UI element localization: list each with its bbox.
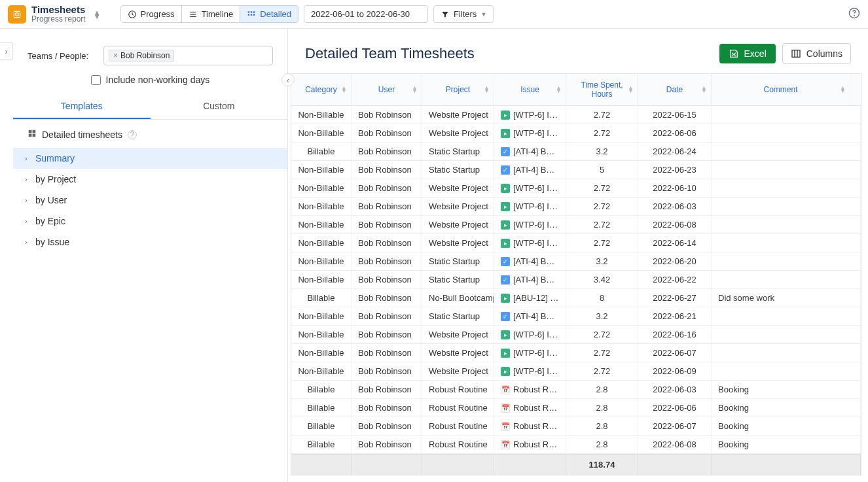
- table-row[interactable]: Non-BillableBob RobinsonWebsite Project▸…: [291, 362, 861, 381]
- table-row[interactable]: BillableBob RobinsonRobust Routine📅Robus…: [291, 417, 861, 436]
- columns-button[interactable]: Columns: [782, 43, 851, 64]
- cell-issue[interactable]: ✓[ATI-4] Busine...: [494, 307, 566, 325]
- cell-date: 2022-06-20: [638, 252, 712, 270]
- cell-project: Website Project: [422, 234, 494, 252]
- tab-custom[interactable]: Custom: [151, 94, 288, 119]
- filters-button[interactable]: Filters ▼: [433, 5, 494, 23]
- cell-issue[interactable]: ▸[WTP-6] Integ...: [494, 124, 566, 142]
- cell-date: 2022-06-22: [638, 271, 712, 288]
- cell-issue[interactable]: ▸[WTP-6] Integ...: [494, 234, 566, 252]
- cell-issue[interactable]: ✓[ATI-4] Busine...: [494, 252, 566, 270]
- timesheet-table: Category▲▼ User▲▼ Project▲▼ Issue▲▼ Time…: [291, 73, 861, 475]
- cell-issue[interactable]: ✓[ATI-4] Busine...: [494, 143, 566, 160]
- tree-item-by-issue[interactable]: ›by Issue: [13, 232, 287, 252]
- cell-category: Non-Billable: [291, 198, 352, 215]
- cell-hours: 2.72: [566, 106, 638, 124]
- collapse-sidebar-handle[interactable]: ‹: [281, 73, 295, 86]
- cell-project: Static Startup: [422, 252, 494, 270]
- chip-remove-icon[interactable]: ×: [113, 51, 118, 60]
- cell-user: Bob Robinson: [352, 179, 422, 197]
- expand-left-handle[interactable]: ›: [0, 42, 13, 60]
- cell-user: Bob Robinson: [352, 307, 422, 325]
- table-row[interactable]: BillableBob RobinsonNo-Bull Bootcamp▸[AB…: [291, 289, 861, 307]
- cell-issue[interactable]: ▸[WTP-6] Integ...: [494, 106, 566, 124]
- cell-project: Robust Routine: [422, 417, 494, 435]
- cell-issue[interactable]: 📅Robust Routi...: [494, 399, 566, 417]
- col-header-category[interactable]: Category▲▼: [291, 74, 352, 105]
- cell-comment: Booking: [712, 399, 861, 417]
- table-row[interactable]: Non-BillableBob RobinsonStatic Startup✓[…: [291, 161, 861, 179]
- cell-hours: 3.2: [566, 143, 638, 160]
- timeline-tab[interactable]: Timeline: [181, 5, 241, 23]
- table-body[interactable]: Non-BillableBob RobinsonWebsite Project▸…: [291, 106, 861, 454]
- story-icon: ▸: [501, 294, 510, 303]
- cell-issue[interactable]: ▸[ABU-12] Cre...: [494, 289, 566, 307]
- teams-people-input[interactable]: ×Bob Robinson: [103, 46, 273, 65]
- table-row[interactable]: Non-BillableBob RobinsonWebsite Project▸…: [291, 216, 861, 234]
- tree-item-by-user[interactable]: ›by User: [13, 190, 287, 211]
- svg-rect-6: [248, 11, 249, 12]
- cell-issue[interactable]: 📅Robust Routi...: [494, 436, 566, 453]
- table-row[interactable]: BillableBob RobinsonRobust Routine📅Robus…: [291, 399, 861, 417]
- table-row[interactable]: Non-BillableBob RobinsonWebsite Project▸…: [291, 234, 861, 252]
- include-nonworking-input[interactable]: [91, 75, 101, 85]
- date-range-picker[interactable]: 2022-06-01 to 2022-06-30: [304, 5, 428, 23]
- cell-issue[interactable]: ▸[WTP-6] Integ...: [494, 198, 566, 215]
- task-icon: ✓: [501, 257, 510, 266]
- app-logo-icon: [8, 5, 26, 24]
- task-icon: ✓: [501, 147, 510, 156]
- col-header-date[interactable]: Date▲▼: [638, 74, 712, 105]
- app-switcher-icon[interactable]: ▲▼: [94, 10, 101, 18]
- col-header-comment[interactable]: Comment▲▼: [712, 74, 850, 105]
- cell-date: 2022-06-09: [638, 362, 712, 380]
- cell-user: Bob Robinson: [352, 381, 422, 398]
- chevron-right-icon: ›: [25, 238, 27, 246]
- tree-item-summary[interactable]: ›Summary: [13, 148, 287, 169]
- cell-issue[interactable]: ▸[WTP-6] Integ...: [494, 216, 566, 233]
- table-row[interactable]: BillableBob RobinsonStatic Startup✓[ATI-…: [291, 143, 861, 161]
- tree-item-by-project[interactable]: ›by Project: [13, 169, 287, 190]
- col-header-user[interactable]: User▲▼: [352, 74, 422, 105]
- table-row[interactable]: Non-BillableBob RobinsonWebsite Project▸…: [291, 198, 861, 216]
- teams-people-label: Teams / People:: [27, 51, 93, 61]
- cell-issue[interactable]: ▸[WTP-6] Integ...: [494, 344, 566, 362]
- table-row[interactable]: Non-BillableBob RobinsonWebsite Project▸…: [291, 106, 861, 124]
- table-row[interactable]: Non-BillableBob RobinsonWebsite Project▸…: [291, 179, 861, 198]
- cell-comment: [712, 271, 861, 288]
- cell-issue[interactable]: 📅Robust Routi...: [494, 417, 566, 435]
- col-header-issue[interactable]: Issue▲▼: [494, 74, 566, 105]
- tab-templates[interactable]: Templates: [13, 94, 151, 119]
- calendar-icon: 📅: [501, 385, 510, 394]
- progress-tab[interactable]: Progress: [120, 5, 182, 23]
- help-icon[interactable]: [848, 7, 860, 21]
- cell-issue[interactable]: ▸[WTP-6] Integ...: [494, 179, 566, 197]
- tree-item-by-epic[interactable]: ›by Epic: [13, 211, 287, 232]
- table-row[interactable]: Non-BillableBob RobinsonWebsite Project▸…: [291, 124, 861, 143]
- table-row[interactable]: Non-BillableBob RobinsonStatic Startup✓[…: [291, 271, 861, 289]
- cell-issue[interactable]: ✓[ATI-4] Busine...: [494, 271, 566, 288]
- app-title-block[interactable]: Timesheets Progress report: [31, 5, 86, 24]
- col-header-hours[interactable]: Time Spent, Hours▲▼: [566, 74, 638, 105]
- cell-hours: 3.42: [566, 271, 638, 288]
- section-help-icon[interactable]: ?: [128, 130, 137, 139]
- table-row[interactable]: Non-BillableBob RobinsonStatic Startup✓[…: [291, 252, 861, 271]
- detailed-tab[interactable]: Detailed: [240, 5, 298, 23]
- cell-project: Static Startup: [422, 271, 494, 288]
- table-row[interactable]: Non-BillableBob RobinsonWebsite Project▸…: [291, 344, 861, 362]
- col-header-project[interactable]: Project▲▼: [422, 74, 494, 105]
- svg-rect-16: [29, 134, 32, 137]
- include-nonworking-checkbox[interactable]: Include non-working days: [13, 75, 287, 94]
- table-row[interactable]: BillableBob RobinsonRobust Routine📅Robus…: [291, 381, 861, 399]
- calendar-icon: 📅: [501, 404, 510, 413]
- table-row[interactable]: Non-BillableBob RobinsonWebsite Project▸…: [291, 326, 861, 344]
- excel-export-button[interactable]: Excel: [719, 44, 776, 63]
- cell-issue[interactable]: ▸[WTP-6] Integ...: [494, 362, 566, 380]
- cell-project: Static Startup: [422, 161, 494, 179]
- table-row[interactable]: BillableBob RobinsonRobust Routine📅Robus…: [291, 436, 861, 454]
- cell-issue[interactable]: ✓[ATI-4] Busine...: [494, 161, 566, 179]
- cell-issue[interactable]: ▸[WTP-6] Integ...: [494, 326, 566, 343]
- table-row[interactable]: Non-BillableBob RobinsonStatic Startup✓[…: [291, 307, 861, 326]
- cell-issue[interactable]: 📅Robust Routi...: [494, 381, 566, 398]
- cell-comment: [712, 198, 861, 215]
- person-chip[interactable]: ×Bob Robinson: [109, 50, 174, 61]
